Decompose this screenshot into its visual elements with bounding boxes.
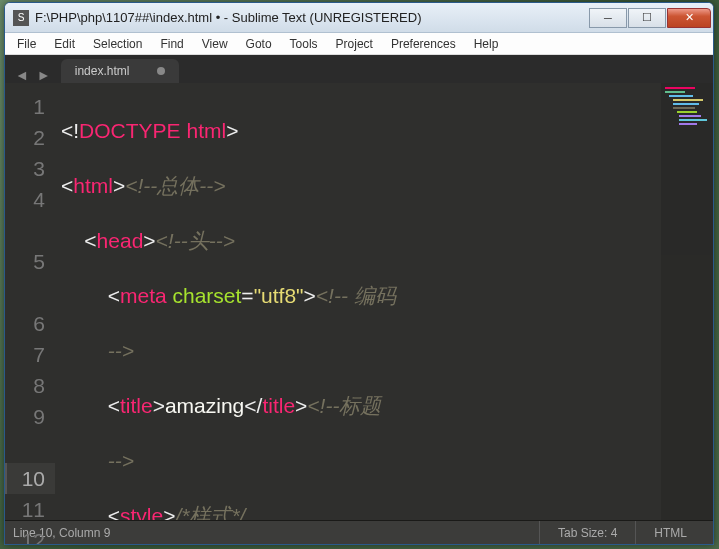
- app-icon: S: [13, 10, 29, 26]
- code-line: <title>amazing</title><!--标题: [61, 390, 713, 421]
- gutter-line: 1: [5, 91, 45, 122]
- menu-tools[interactable]: Tools: [282, 35, 326, 53]
- window-title: F:\PHP\php\1107##\index.html • - Sublime…: [35, 10, 589, 25]
- gutter-line: 3: [5, 153, 45, 184]
- tab-index[interactable]: index.html: [61, 59, 180, 83]
- menu-help[interactable]: Help: [466, 35, 507, 53]
- tab-modified-icon: [157, 67, 165, 75]
- titlebar[interactable]: S F:\PHP\php\1107##\index.html • - Subli…: [5, 3, 713, 33]
- code-line: <!DOCTYPE html>: [61, 115, 713, 146]
- menu-project[interactable]: Project: [328, 35, 381, 53]
- gutter-line: 6: [5, 308, 45, 339]
- tab-next-icon[interactable]: ►: [33, 67, 55, 83]
- status-tabsize[interactable]: Tab Size: 4: [539, 521, 635, 544]
- code-line: <meta charset="utf8"><!-- 编码: [61, 280, 713, 311]
- gutter-line: 9: [5, 401, 45, 463]
- window-controls: ─ ☐ ✕: [589, 8, 711, 28]
- gutter-line: 5: [5, 246, 45, 308]
- gutter-line: 2: [5, 122, 45, 153]
- gutter-line: 4: [5, 184, 45, 246]
- app-window: S F:\PHP\php\1107##\index.html • - Subli…: [4, 2, 714, 545]
- minimap[interactable]: [661, 83, 713, 520]
- gutter-line: 12: [5, 525, 45, 545]
- statusbar: Line 10, Column 9 Tab Size: 4 HTML: [5, 520, 713, 544]
- status-language[interactable]: HTML: [635, 521, 705, 544]
- maximize-button[interactable]: ☐: [628, 8, 666, 28]
- code-line: <head><!--头-->: [61, 225, 713, 256]
- menu-preferences[interactable]: Preferences: [383, 35, 464, 53]
- code-line: -->: [61, 445, 713, 476]
- code-line: -->: [61, 335, 713, 366]
- gutter-line-current: 10: [5, 463, 55, 494]
- tabbar: ◄ ► index.html: [5, 55, 713, 83]
- line-gutter: 1 2 3 4 5 6 7 8 9 10 11 12: [5, 83, 55, 520]
- menubar: File Edit Selection Find View Goto Tools…: [5, 33, 713, 55]
- minimize-button[interactable]: ─: [589, 8, 627, 28]
- menu-find[interactable]: Find: [152, 35, 191, 53]
- menu-goto[interactable]: Goto: [238, 35, 280, 53]
- code-area[interactable]: <!DOCTYPE html> <html><!--总体--> <head><!…: [55, 83, 713, 520]
- gutter-line: 11: [5, 494, 45, 525]
- editor[interactable]: 1 2 3 4 5 6 7 8 9 10 11 12 <!DOCTYPE htm…: [5, 83, 713, 520]
- menu-file[interactable]: File: [9, 35, 44, 53]
- status-position: Line 10, Column 9: [13, 526, 539, 540]
- tab-prev-icon[interactable]: ◄: [11, 67, 33, 83]
- menu-edit[interactable]: Edit: [46, 35, 83, 53]
- menu-view[interactable]: View: [194, 35, 236, 53]
- gutter-line: 7: [5, 339, 45, 370]
- gutter-line: 8: [5, 370, 45, 401]
- menu-selection[interactable]: Selection: [85, 35, 150, 53]
- close-button[interactable]: ✕: [667, 8, 711, 28]
- code-line: <style>/*样式*/: [61, 500, 713, 520]
- tab-label: index.html: [75, 64, 130, 78]
- code-line: <html><!--总体-->: [61, 170, 713, 201]
